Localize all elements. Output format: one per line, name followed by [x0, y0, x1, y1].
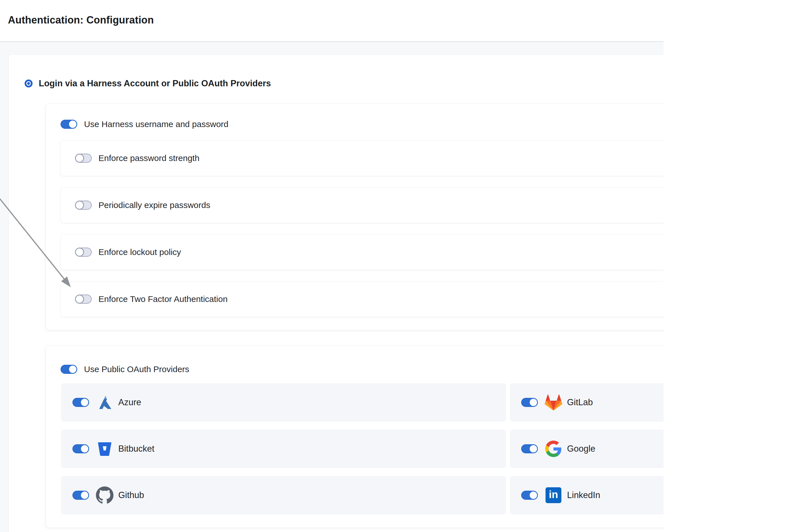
policy-label: Enforce password strength [98, 153, 199, 163]
provider-label: LinkedIn [567, 490, 600, 500]
lockout-policy-toggle[interactable] [75, 248, 92, 256]
linkedin-icon: in [544, 486, 562, 504]
provider-row-google: Google [510, 430, 663, 468]
auth-method-option[interactable]: Login via a Harness Account or Public OA… [25, 78, 271, 89]
provider-row-gitlab: GitLab [510, 383, 663, 422]
policy-label: Enforce lockout policy [98, 247, 181, 257]
provider-row-linkedin: in LinkedIn [510, 476, 663, 514]
provider-row-azure: Azure [61, 383, 506, 422]
toggle-knob-icon [80, 398, 89, 407]
toggle-knob-icon [529, 398, 538, 407]
toggle-knob-icon [80, 444, 89, 453]
use-oauth-label: Use Public OAuth Providers [84, 364, 189, 374]
policy-row-password-strength: Enforce password strength [61, 140, 663, 176]
page-title: Authentication: Configuration [8, 14, 154, 26]
use-oauth-row: Use Public OAuth Providers [61, 364, 189, 374]
azure-toggle[interactable] [73, 398, 89, 407]
toggle-knob-icon [529, 444, 538, 453]
linkedin-toggle[interactable] [521, 491, 538, 500]
enforce-password-strength-toggle[interactable] [75, 154, 92, 163]
use-harness-login-row: Use Harness username and password [61, 119, 228, 129]
toggle-knob-icon [80, 491, 89, 500]
toggle-knob-icon [75, 201, 84, 210]
provider-row-bitbucket: Bitbucket [61, 430, 506, 468]
github-toggle[interactable] [73, 491, 89, 500]
policy-label: Enforce Two Factor Authentication [98, 294, 228, 304]
gitlab-icon [544, 393, 562, 412]
policy-row-expire-passwords: Periodically expire passwords [61, 187, 663, 223]
page-header: Authentication: Configuration [0, 0, 790, 41]
toggle-knob-icon [75, 248, 84, 256]
provider-label: Github [118, 490, 144, 500]
policy-label: Periodically expire passwords [98, 201, 210, 210]
provider-label: Azure [118, 397, 141, 407]
google-icon [544, 440, 562, 458]
use-oauth-toggle[interactable] [61, 365, 77, 374]
authentication-configuration-page: Authentication: Configuration Login via … [0, 0, 790, 532]
use-harness-login-label: Use Harness username and password [84, 119, 228, 129]
auth-method-label: Login via a Harness Account or Public OA… [39, 78, 271, 89]
expire-passwords-toggle[interactable] [75, 201, 92, 210]
provider-row-github: Github [61, 476, 506, 514]
auth-config-section: Login via a Harness Account or Public OA… [0, 41, 663, 532]
policy-row-two-factor-auth: Enforce Two Factor Authentication [61, 281, 663, 317]
use-harness-login-toggle[interactable] [61, 120, 77, 129]
oauth-providers-panel: Use Public OAuth Providers [45, 345, 663, 528]
toggle-knob-icon [68, 120, 77, 129]
auth-method-card: Login via a Harness Account or Public OA… [8, 54, 663, 532]
google-toggle[interactable] [521, 444, 538, 453]
provider-label: Google [567, 444, 595, 454]
oauth-provider-grid: Azure [61, 383, 663, 514]
toggle-knob-icon [75, 154, 84, 163]
azure-icon [96, 393, 114, 412]
github-icon [96, 486, 114, 504]
gitlab-toggle[interactable] [521, 398, 538, 407]
provider-label: GitLab [567, 397, 593, 407]
toggle-knob-icon [75, 294, 84, 304]
bitbucket-toggle[interactable] [73, 444, 89, 453]
radio-selected-icon[interactable] [25, 79, 33, 88]
radio-dot-icon [27, 82, 30, 85]
policy-row-lockout-policy: Enforce lockout policy [61, 234, 663, 270]
linkedin-glyph: in [549, 489, 558, 501]
bitbucket-icon [96, 440, 114, 458]
toggle-knob-icon [529, 491, 538, 500]
harness-login-panel: Use Harness username and password Enforc… [45, 103, 663, 330]
toggle-knob-icon [68, 365, 77, 374]
provider-label: Bitbucket [118, 444, 154, 454]
two-factor-auth-toggle[interactable] [75, 294, 92, 304]
